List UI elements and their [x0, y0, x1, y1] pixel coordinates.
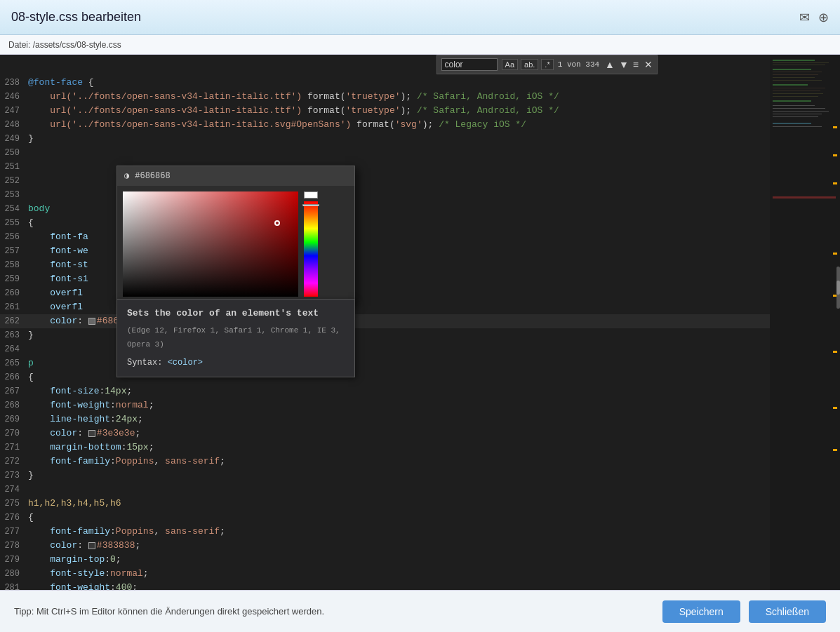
- table-row: 269 line-height:24px;: [0, 412, 770, 426]
- svg-rect-22: [833, 449, 837, 451]
- minimap-content: [770, 55, 840, 590]
- svg-rect-17: [833, 182, 837, 184]
- svg-rect-0: [771, 56, 840, 590]
- svg-rect-13: [773, 96, 818, 97]
- search-navigation: ▲ ▼ ≡: [604, 59, 640, 70]
- svg-rect-32: [836, 281, 840, 295]
- svg-rect-29: [773, 126, 822, 127]
- svg-rect-2: [773, 62, 829, 63]
- svg-rect-3: [773, 65, 825, 65]
- search-close-button[interactable]: ✕: [644, 59, 653, 70]
- table-row: 272 font-family:Poppins, sans-serif;: [0, 455, 770, 469]
- svg-rect-20: [833, 351, 837, 353]
- color-gradient-picker[interactable]: [123, 191, 298, 297]
- color-picker-header: ◑ #686868: [117, 166, 354, 186]
- svg-rect-24: [773, 108, 825, 109]
- svg-rect-21: [833, 407, 837, 409]
- svg-rect-23: [773, 105, 815, 106]
- hue-slider-container: [304, 191, 318, 297]
- table-row: 267 font-size:14px;: [0, 384, 770, 398]
- svg-rect-27: [773, 116, 818, 117]
- search-prev-button[interactable]: ▲: [604, 59, 616, 70]
- table-row: 277 font-family:Poppins, sans-serif;: [0, 525, 770, 539]
- table-row: 247 url('../fonts/open-sans-v34-latin-it…: [0, 104, 770, 118]
- status-tip: Tipp: Mit Ctrl+S im Editor können die Än…: [14, 606, 324, 617]
- status-bar: Tipp: Mit Ctrl+S im Editor können die Än…: [0, 590, 840, 632]
- table-row: 276 {: [0, 511, 770, 525]
- title-bar: 08-style.css bearbeiten ✉ ⊕: [0, 0, 840, 35]
- svg-rect-4: [773, 69, 811, 70]
- help-icon[interactable]: ⊕: [818, 10, 829, 25]
- hue-cursor: [302, 204, 319, 206]
- svg-rect-8: [773, 80, 822, 81]
- search-input[interactable]: [441, 58, 498, 71]
- table-row: 264: [0, 342, 770, 356]
- table-row: 250: [0, 146, 770, 160]
- color-cursor: [274, 220, 280, 226]
- tooltip-compat: (Edge 12, Firefox 1, Safari 1, Chrome 1,…: [127, 323, 345, 351]
- search-case-sensitive[interactable]: Aa: [502, 59, 518, 70]
- save-button[interactable]: Speichern: [662, 600, 740, 623]
- table-row: 248 url('../fonts/open-sans-v34-latin-it…: [0, 118, 770, 132]
- code-lines: 238 @font-face { 246 url('../fonts/open-…: [0, 55, 770, 590]
- table-row: 262 color: #686868;: [0, 314, 770, 328]
- search-menu-button[interactable]: ≡: [632, 59, 640, 70]
- search-regex[interactable]: .*: [541, 59, 553, 70]
- mail-icon[interactable]: ✉: [799, 10, 810, 25]
- svg-rect-26: [773, 114, 822, 114]
- main-content: Aa ab. .* 1 von 334 ▲ ▼ ≡ ✕ 238 @font-fa…: [0, 55, 840, 590]
- search-count: 1 von 334: [558, 58, 599, 72]
- search-whole-word[interactable]: ab.: [521, 59, 538, 70]
- table-row: 274: [0, 483, 770, 497]
- table-row: 270 color: #3e3e3e;: [0, 426, 770, 441]
- table-row: 275 h1,h2,h3,h4,h5,h6: [0, 497, 770, 511]
- color-picker-popup: ◑ #686868: [116, 166, 355, 303]
- search-bar: Aa ab. .* 1 von 334 ▲ ▼ ≡ ✕: [436, 55, 658, 74]
- minimap-svg: [771, 56, 840, 590]
- svg-rect-11: [773, 90, 820, 91]
- svg-rect-10: [773, 88, 825, 88]
- table-row: 268 font-weight:normal;: [0, 398, 770, 412]
- table-row: 271 margin-bottom:15px;: [0, 441, 770, 455]
- hue-slider[interactable]: [304, 201, 318, 297]
- table-row: 263 }: [0, 328, 770, 342]
- svg-rect-1: [773, 60, 815, 61]
- tooltip-popup: Sets the color of an element's text (Edg…: [116, 299, 355, 377]
- table-row: 279 margin-top:0;: [0, 553, 770, 567]
- table-row: 261 overfl: [0, 300, 770, 314]
- svg-rect-12: [773, 93, 823, 94]
- svg-rect-15: [833, 126, 837, 128]
- table-row: 265 p: [0, 356, 770, 370]
- table-row: 273 }: [0, 469, 770, 483]
- table-row: 238 @font-face {: [0, 76, 770, 90]
- svg-rect-28: [773, 123, 811, 124]
- table-row: 256 font-fa: [0, 230, 770, 244]
- table-row: 252: [0, 174, 770, 188]
- minimap[interactable]: [770, 55, 840, 590]
- title-actions: ✉ ⊕: [799, 10, 829, 25]
- tooltip-syntax-label: Syntax:: [127, 358, 162, 368]
- search-options: Aa ab. .*: [502, 59, 554, 70]
- tooltip-syntax: Syntax: <color>: [127, 356, 345, 370]
- status-buttons: Speichern Schließen: [662, 600, 826, 623]
- search-next-button[interactable]: ▼: [618, 59, 630, 70]
- tooltip-title: Sets the color of an element's text: [127, 307, 345, 321]
- table-row: 266 {: [0, 370, 770, 384]
- svg-rect-25: [773, 111, 829, 112]
- table-row: 258 font-st: [0, 258, 770, 272]
- code-editor[interactable]: Aa ab. .* 1 von 334 ▲ ▼ ≡ ✕ 238 @font-fa…: [0, 55, 770, 590]
- svg-rect-30: [773, 196, 836, 199]
- svg-rect-6: [773, 74, 818, 75]
- table-row: 253: [0, 188, 770, 202]
- svg-rect-16: [833, 154, 837, 156]
- table-row: 257 font-we: [0, 244, 770, 258]
- tooltip-syntax-value: <color>: [168, 358, 203, 368]
- window-title: 08-style.css bearbeiten: [11, 10, 141, 25]
- close-button[interactable]: Schließen: [749, 600, 826, 623]
- table-row: 255 {: [0, 216, 770, 230]
- table-row: 260 overfl: [0, 286, 770, 300]
- table-row: 254 body: [0, 202, 770, 216]
- opacity-slider[interactable]: [304, 191, 318, 199]
- svg-rect-14: [773, 100, 811, 102]
- svg-rect-7: [773, 77, 815, 78]
